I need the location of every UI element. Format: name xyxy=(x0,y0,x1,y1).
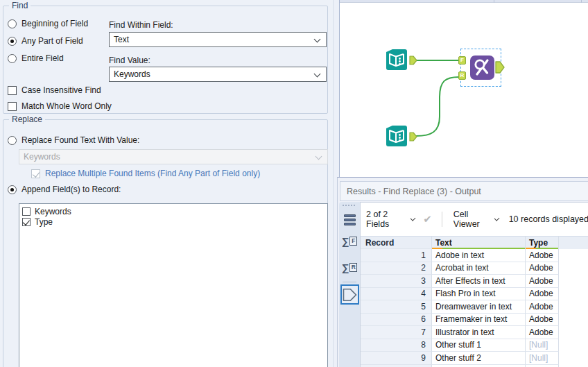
checkbox-icon-checked[interactable] xyxy=(22,218,31,226)
radio-icon[interactable] xyxy=(8,19,17,28)
list-item-keywords[interactable]: Keywords xyxy=(22,206,325,216)
record-number[interactable]: 10 xyxy=(361,365,432,367)
checkbox-icon[interactable] xyxy=(8,102,17,111)
type-cell[interactable]: Adobe xyxy=(526,288,559,301)
output-anchor-button-selected[interactable] xyxy=(340,284,359,305)
replace-input-anchor[interactable]: R xyxy=(458,71,466,80)
caret-down-icon xyxy=(410,215,416,221)
checkbox-icon[interactable] xyxy=(8,86,17,95)
results-panel: Results - Find Replace (3) - Output ∑ F … xyxy=(337,177,588,367)
radio-label: Append Field(s) to Record: xyxy=(21,185,121,194)
record-number[interactable]: 1 xyxy=(361,249,432,262)
list-item-label: Keywords xyxy=(35,207,71,216)
column-header-type[interactable]: Type xyxy=(526,237,559,249)
input-data-tool-2[interactable] xyxy=(384,123,409,148)
apply-check-icon[interactable]: ✔ xyxy=(423,213,432,225)
chevron-down-icon xyxy=(315,153,322,160)
anchor-letter: R xyxy=(460,73,465,78)
type-cell[interactable]: Adobe xyxy=(526,249,559,262)
radio-any-part-of-field[interactable]: Any Part of Field xyxy=(8,36,83,46)
record-number[interactable]: 2 xyxy=(361,262,432,275)
record-number[interactable]: 5 xyxy=(361,300,432,314)
chevron-down-icon xyxy=(314,36,321,43)
dropdown-value: Text xyxy=(114,35,129,44)
records-displayed-label: 10 records displayed xyxy=(509,214,588,224)
text-cell[interactable]: Other stuff 1 xyxy=(432,339,526,352)
find-value-label: Find Value: xyxy=(109,56,150,65)
radio-append-fields[interactable]: Append Field(s) to Record: xyxy=(8,185,121,194)
radio-label: Beginning of Field xyxy=(21,19,88,28)
input1-output-anchor[interactable] xyxy=(409,56,417,65)
radio-icon-selected[interactable] xyxy=(8,37,17,46)
table-row[interactable]: 10 Other stuff 3 [Null] xyxy=(361,365,588,367)
table-row[interactable]: 8 Other stuff 1 [Null] xyxy=(361,339,588,352)
type-cell[interactable]: Adobe xyxy=(526,326,559,339)
type-cell-null[interactable]: [Null] xyxy=(526,365,559,367)
text-cell[interactable]: Other stuff 2 xyxy=(432,352,526,365)
list-item-type[interactable]: Type xyxy=(22,216,325,227)
text-cell[interactable]: Adobe in text xyxy=(432,249,526,262)
record-number[interactable]: 8 xyxy=(361,339,432,352)
table-row[interactable]: 4 Flash Pro in text Adobe xyxy=(361,288,588,301)
table-row[interactable]: 1 Adobe in text Adobe xyxy=(361,249,588,262)
type-cell[interactable]: Adobe xyxy=(526,314,559,327)
text-cell[interactable]: Flash Pro in text xyxy=(432,288,526,301)
find-replace-tool[interactable] xyxy=(469,55,495,80)
input-data-tool-1[interactable] xyxy=(384,47,409,72)
radio-label: Any Part of Field xyxy=(21,36,83,46)
dropdown-value: Keywords xyxy=(24,152,60,162)
cell-viewer-dropdown[interactable]: Cell Viewer xyxy=(453,210,499,229)
text-cell[interactable]: Illustrator in text xyxy=(432,326,526,339)
checkbox-match-whole-word[interactable]: Match Whole Word Only xyxy=(8,101,112,111)
table-row[interactable]: 2 Acrobat in text Adobe xyxy=(361,262,588,275)
radio-icon[interactable] xyxy=(8,136,17,145)
text-cell[interactable]: Framemaker in text xyxy=(432,314,526,327)
fields-dropdown[interactable]: 2 of 2 Fields xyxy=(366,210,415,229)
radio-icon[interactable] xyxy=(8,54,17,63)
type-cell[interactable]: Adobe xyxy=(526,275,559,288)
drag-handle-icon[interactable] xyxy=(343,205,355,206)
text-cell[interactable]: Acrobat in text xyxy=(432,262,526,275)
type-cell[interactable]: Adobe xyxy=(526,262,559,275)
table-row[interactable]: 3 After Effects in text Adobe xyxy=(361,275,588,288)
record-number[interactable]: 4 xyxy=(361,288,432,301)
table-row[interactable]: 6 Framemaker in text Adobe xyxy=(361,314,588,327)
connection-progress-icon[interactable] xyxy=(341,212,358,228)
record-number[interactable]: 6 xyxy=(361,314,432,327)
caret-down-icon xyxy=(494,215,500,221)
anchor-button-f[interactable]: ∑ F xyxy=(341,232,358,249)
find-value-dropdown[interactable]: Keywords xyxy=(109,67,327,82)
find-within-field-dropdown[interactable]: Text xyxy=(109,32,327,47)
table-row[interactable]: 5 Dreamweaver in text Adobe xyxy=(361,300,588,314)
column-header-text[interactable]: Text xyxy=(432,237,526,249)
replace-value-dropdown-disabled: Keywords xyxy=(19,149,328,164)
text-cell[interactable]: Other stuff 3 xyxy=(432,365,526,367)
type-cell[interactable]: Adobe xyxy=(526,300,559,314)
record-number[interactable]: 7 xyxy=(361,326,432,339)
find-input-anchor[interactable]: F xyxy=(458,56,466,65)
checkbox-replace-multiple-disabled: Replace Multiple Found Items (Find Any P… xyxy=(31,169,260,178)
find-replace-output-anchor[interactable] xyxy=(495,61,505,74)
radio-icon-selected[interactable] xyxy=(8,185,17,194)
append-fields-listbox[interactable]: Keywords Type xyxy=(19,203,328,367)
workflow-canvas[interactable]: F R xyxy=(339,0,588,178)
checkbox-case-insensitive[interactable]: Case Insensitive Find xyxy=(8,85,101,95)
type-cell-null[interactable]: [Null] xyxy=(526,352,559,365)
column-header-record[interactable]: Record xyxy=(361,237,432,249)
table-row[interactable]: 7 Illustrator in text Adobe xyxy=(361,326,588,339)
sigma-icon: ∑ xyxy=(342,236,349,246)
text-cell[interactable]: After Effects in text xyxy=(432,275,526,288)
type-cell-null[interactable]: [Null] xyxy=(526,339,559,352)
radio-replace-found-text[interactable]: Replace Found Text With Value: xyxy=(8,135,139,145)
input2-output-anchor[interactable] xyxy=(409,132,417,142)
radio-entire-field[interactable]: Entire Field xyxy=(8,53,64,63)
table-row[interactable]: 9 Other stuff 2 [Null] xyxy=(361,352,588,365)
record-number[interactable]: 9 xyxy=(361,352,432,365)
connection-input2-to-replace xyxy=(416,77,459,136)
radio-beginning-of-field[interactable]: Beginning of Field xyxy=(8,19,88,28)
checkbox-icon[interactable] xyxy=(22,207,31,216)
anchor-button-r[interactable]: ∑ R xyxy=(341,259,358,275)
record-number[interactable]: 3 xyxy=(361,275,432,288)
find-group-title: Find xyxy=(9,1,31,10)
text-cell[interactable]: Dreamweaver in text xyxy=(432,300,526,314)
